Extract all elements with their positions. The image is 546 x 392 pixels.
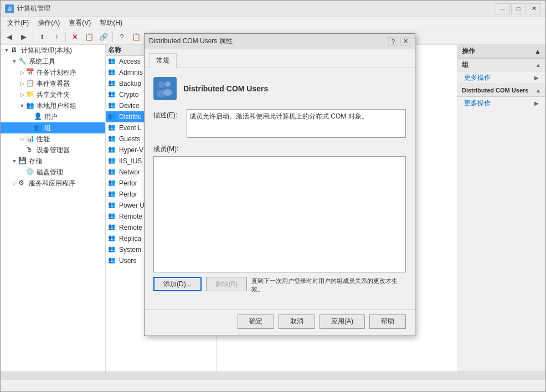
sidebar-item-shared-folders[interactable]: ▷ 📁 共享文件夹: [1, 89, 105, 100]
toolbar-separator-2: [65, 32, 66, 42]
up-button[interactable]: ⬆: [35, 31, 49, 43]
actions-section-distributed[interactable]: Distributed COM Users ▲: [457, 84, 545, 97]
group-svg-icon: [154, 78, 176, 99]
remove-button[interactable]: 删除(R): [206, 277, 248, 291]
users-list-label: Users: [119, 257, 136, 265]
expander-event: ▷: [18, 80, 26, 87]
expander-users: [26, 113, 34, 121]
hyperv-icon: 👥: [108, 146, 117, 154]
actions-groups-label: 组: [462, 60, 468, 70]
sidebar-item-users[interactable]: 👤 用户: [1, 111, 105, 122]
expander-services: ▷: [11, 179, 18, 187]
toolbar-separator-1: [33, 32, 33, 42]
perf2-label: Perfor: [119, 190, 137, 198]
event-log-label: Event L: [119, 124, 142, 132]
expander-shared: ▷: [18, 91, 26, 99]
cancel-button[interactable]: 取消: [279, 314, 315, 329]
access-label: Access: [119, 58, 141, 65]
remote1-label: Remote: [119, 213, 142, 220]
actions-more-1[interactable]: 更多操作 ▶: [457, 71, 545, 84]
expander-performance: ▷: [18, 135, 26, 143]
performance-icon: 📊: [26, 135, 35, 143]
actions-section-groups[interactable]: 组 ▲: [457, 58, 545, 71]
crypto-icon: 👥: [108, 90, 117, 99]
maximize-button[interactable]: □: [511, 3, 526, 14]
sidebar-item-groups[interactable]: 👥 组: [1, 122, 105, 133]
system-tools-icon: 🔧: [18, 57, 27, 66]
members-label: 成员(M):: [153, 145, 406, 154]
sidebar-item-event-viewer[interactable]: ▷ 📋 事件查看器: [1, 78, 105, 89]
services-label: 服务和应用程序: [29, 179, 75, 188]
sidebar-item-services[interactable]: ▷ ⚙ 服务和应用程序: [1, 178, 105, 189]
sidebar-item-local-users[interactable]: ▼ 👥 本地用户和组: [1, 100, 105, 111]
power-icon: 👥: [108, 201, 117, 210]
device-list-icon: 👥: [108, 101, 117, 110]
back-button[interactable]: ◀: [3, 31, 16, 43]
sidebar-item-system-tools[interactable]: ▼ 🔧 系统工具: [1, 56, 105, 67]
power-label: Power U: [119, 202, 145, 209]
actions-distributed-expand: ▲: [535, 87, 541, 94]
menu-view[interactable]: 查看(V): [64, 17, 95, 29]
minimize-button[interactable]: ─: [496, 3, 510, 14]
sidebar-item-storage[interactable]: ▼ 💾 存储: [1, 156, 105, 167]
delete-button[interactable]: ✕: [68, 31, 81, 43]
sidebar-item-task-scheduler[interactable]: ▷ 📅 任务计划程序: [1, 67, 105, 78]
sidebar-item-device-manager[interactable]: 🖱 设备管理器: [1, 145, 105, 156]
copy-button[interactable]: 📋: [83, 31, 96, 43]
distribu-label: Distribu: [119, 113, 142, 121]
title-bar-controls: ─ □ ✕: [496, 3, 541, 14]
storage-label: 存储: [29, 157, 42, 166]
dialog-close-button[interactable]: ✕: [400, 37, 410, 46]
svg-point-2: [165, 81, 171, 87]
dialog-help-icon-btn[interactable]: ?: [388, 37, 398, 46]
disk-label: 磁盘管理: [37, 168, 63, 177]
hyperv-label: Hyper-V: [119, 146, 143, 154]
group-header: Distributed COM Users: [153, 77, 406, 100]
dialog-title-controls: ? ✕: [388, 37, 410, 46]
help-footer-button[interactable]: 帮助: [369, 314, 406, 329]
members-list[interactable]: [153, 156, 406, 272]
users-label: 用户: [44, 112, 58, 122]
buttons-row: 添加(D)... 删除(R) 直到下一次用户登录时对用户的组成员关系的更改才生效…: [153, 277, 406, 294]
sidebar-item-root[interactable]: ▼ 🖥 计算机管理(本地): [1, 45, 105, 56]
actions-more-2-label: 更多操作: [464, 99, 491, 108]
properties-button[interactable]: 📋: [130, 31, 143, 43]
close-button[interactable]: ✕: [527, 3, 541, 14]
perf1-icon: 👥: [108, 179, 117, 188]
replica-label: Replica: [119, 235, 141, 243]
dialog-title-text: Distributed COM Users 属性: [149, 37, 233, 46]
menu-help[interactable]: 帮助(H): [95, 17, 127, 29]
description-field[interactable]: [187, 109, 406, 138]
title-bar: 🖥 计算机管理 ─ □ ✕: [1, 1, 545, 17]
list-header-text: 名称: [108, 45, 121, 55]
system-list-label: System: [119, 246, 141, 254]
apply-button[interactable]: 应用(A): [320, 314, 365, 329]
dialog-tabs: 常规: [145, 49, 415, 68]
actions-more-2-arrow: ▶: [534, 100, 539, 106]
actions-more-1-arrow: ▶: [534, 75, 539, 81]
link-button[interactable]: 🔗: [97, 31, 110, 43]
help-toolbar-button[interactable]: ?: [115, 31, 128, 43]
ok-button[interactable]: 确定: [238, 314, 274, 329]
local-users-label: 本地用户和组: [37, 101, 76, 111]
actions-more-2[interactable]: 更多操作 ▶: [457, 97, 545, 109]
remote1-icon: 👥: [108, 212, 117, 221]
task-label: 任务计划程序: [37, 68, 76, 78]
horizontal-scrollbar[interactable]: [1, 372, 545, 380]
access-icon: 👥: [108, 57, 117, 66]
perf2-icon: 👥: [108, 190, 117, 199]
sidebar-item-performance[interactable]: ▷ 📊 性能: [1, 133, 105, 145]
toolbar-separator-3: [112, 32, 113, 42]
forward-button[interactable]: ▶: [17, 31, 30, 43]
menu-file[interactable]: 文件(F): [3, 17, 33, 29]
sidebar-item-disk-management[interactable]: 💿 磁盘管理: [1, 167, 105, 178]
properties-dialog[interactable]: Distributed COM Users 属性 ? ✕ 常规: [144, 33, 415, 336]
tab-general[interactable]: 常规: [149, 53, 177, 68]
menu-action[interactable]: 操作(A): [33, 17, 64, 29]
adminis-icon: 👥: [108, 68, 117, 77]
backup-icon: 👥: [108, 79, 117, 88]
services-icon: ⚙: [18, 179, 27, 188]
expander-disk: [18, 168, 26, 176]
add-button[interactable]: 添加(D)...: [153, 277, 202, 291]
description-label: 描述(E):: [153, 109, 187, 120]
